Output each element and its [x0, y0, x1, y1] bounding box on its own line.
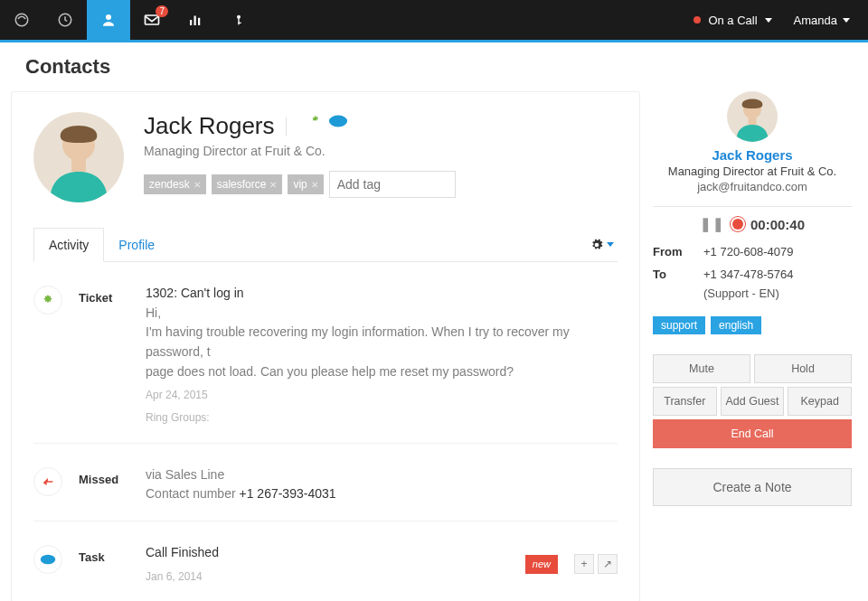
tag-salesforce[interactable]: salesforce✕ [212, 174, 283, 194]
to-meta: (Support - EN) [653, 286, 852, 300]
contact-panel: Jack Rogers Managing Director at Fruit &… [11, 91, 640, 601]
tags-row: zendesk✕ salesforce✕ vip✕ [144, 171, 456, 198]
person-icon [100, 12, 117, 28]
ticket-source-icon [33, 286, 62, 315]
gear-icon [590, 239, 603, 251]
remove-tag-icon[interactable]: ✕ [269, 180, 277, 190]
task-date: Jan 6, 2014 [146, 568, 525, 586]
missed-contact-number[interactable]: +1 267-393-4031 [240, 486, 336, 501]
add-guest-button[interactable]: Add Guest [721, 387, 785, 416]
tab-profile[interactable]: Profile [104, 229, 169, 261]
remove-tag-icon[interactable]: ✕ [193, 180, 201, 190]
side-tag-english[interactable]: english [711, 316, 761, 334]
ticket-greeting: Hi, [146, 304, 618, 324]
task-title[interactable]: Call Finished [146, 543, 525, 563]
ticket-body-2: page does not load. Can you please help … [146, 362, 618, 382]
to-label: To [653, 268, 703, 281]
svg-point-0 [15, 14, 28, 26]
page-title: Contacts [0, 42, 868, 88]
caret-down-icon [843, 18, 850, 23]
svg-rect-12 [71, 155, 86, 172]
activity-ticket: Ticket 1302: Can't log in Hi, I'm having… [33, 262, 618, 444]
activity-task: Task Call Finished Jan 6, 2014 new + ↗ [33, 521, 618, 601]
share-icon: ↗ [603, 556, 612, 573]
svg-point-13 [329, 116, 347, 127]
new-pill: new [525, 555, 558, 574]
pause-icon[interactable]: ❚❚ [700, 216, 725, 232]
side-contact-email[interactable]: jack@fruitandco.com [653, 180, 852, 193]
nav-stats[interactable] [174, 0, 217, 40]
from-label: From [653, 245, 703, 258]
add-tag-input[interactable] [329, 171, 456, 198]
svg-rect-6 [198, 18, 200, 25]
activity-type-label: Missed [79, 465, 129, 504]
ticket-date: Apr 24, 2015 [146, 387, 618, 404]
clock-icon [57, 12, 73, 28]
contact-name: Jack Rogers [144, 112, 275, 140]
to-number: +1 347-478-5764 [703, 268, 793, 281]
side-tag-support[interactable]: support [653, 316, 705, 334]
key-icon [231, 13, 246, 27]
svg-rect-9 [238, 23, 241, 23]
keypad-button[interactable]: Keypad [788, 387, 852, 416]
bars-icon [187, 12, 203, 28]
timer-value: 00:00:40 [750, 217, 805, 232]
status-dot-icon [693, 16, 701, 23]
side-tags: support english [653, 316, 852, 334]
tab-activity[interactable]: Activity [33, 228, 104, 262]
svg-rect-17 [749, 116, 757, 125]
missed-via: via Sales Line [146, 465, 618, 485]
tab-settings[interactable] [587, 239, 618, 251]
task-share-button[interactable]: ↗ [598, 554, 618, 574]
side-contact-name[interactable]: Jack Rogers [653, 147, 852, 163]
call-controls: Mute Hold [653, 354, 852, 383]
zendesk-icon [307, 114, 323, 130]
tabs: Activity Profile [33, 228, 618, 262]
task-add-button[interactable]: + [574, 554, 594, 574]
user-name: Amanda [794, 14, 837, 27]
svg-point-2 [106, 14, 111, 20]
transfer-button[interactable]: Transfer [653, 387, 717, 416]
task-source-icon [33, 545, 62, 574]
ticket-body-1: I'm having trouble recovering my login i… [146, 323, 618, 362]
nav-logo[interactable] [0, 0, 43, 40]
contact-avatar [33, 112, 124, 202]
ticket-title[interactable]: 1302: Can't log in [146, 284, 618, 304]
status-label: On a Call [708, 14, 757, 27]
plus-icon: + [580, 556, 587, 573]
end-call-button[interactable]: End Call [653, 419, 852, 448]
create-note-button[interactable]: Create a Note [653, 468, 852, 506]
salesforce-icon [328, 114, 348, 128]
tag-zendesk[interactable]: zendesk✕ [144, 174, 206, 194]
nav-clock[interactable] [43, 0, 87, 40]
call-status[interactable]: On a Call [681, 0, 784, 40]
caret-down-icon [607, 242, 614, 247]
side-contact-subtitle: Managing Director at Fruit & Co. [653, 164, 852, 178]
mute-button[interactable]: Mute [653, 354, 750, 383]
call-sidebar: Jack Rogers Managing Director at Fruit &… [653, 91, 852, 601]
nav-inbox[interactable]: 7 [130, 0, 174, 40]
missed-source-icon [33, 467, 62, 496]
activity-type-label: Task [79, 543, 129, 585]
record-icon[interactable] [732, 219, 743, 230]
call-timer: ❚❚ 00:00:40 [653, 216, 852, 232]
hold-button[interactable]: Hold [754, 354, 852, 383]
inbox-badge: 7 [156, 5, 168, 17]
svg-rect-4 [190, 20, 192, 25]
contact-subtitle: Managing Director at Fruit & Co. [144, 144, 456, 158]
svg-rect-3 [146, 15, 159, 24]
nav-contacts[interactable] [87, 0, 130, 40]
tag-vip[interactable]: vip✕ [288, 174, 323, 194]
svg-rect-5 [194, 16, 196, 26]
remove-tag-icon[interactable]: ✕ [311, 180, 318, 190]
svg-rect-8 [238, 18, 239, 24]
from-number: +1 720-608-4079 [703, 245, 793, 258]
top-nav: 7 On a Call Amanda [0, 0, 868, 40]
caret-down-icon [765, 18, 772, 23]
activity-missed: Missed via Sales Line Contact number +1 … [33, 444, 618, 521]
nav-key[interactable] [217, 0, 260, 40]
ticket-ringgroups: Ring Groups: [146, 409, 618, 427]
user-menu[interactable]: Amanda [785, 0, 868, 40]
missed-contact-prefix: Contact number [146, 486, 240, 501]
activity-type-label: Ticket [79, 284, 129, 427]
